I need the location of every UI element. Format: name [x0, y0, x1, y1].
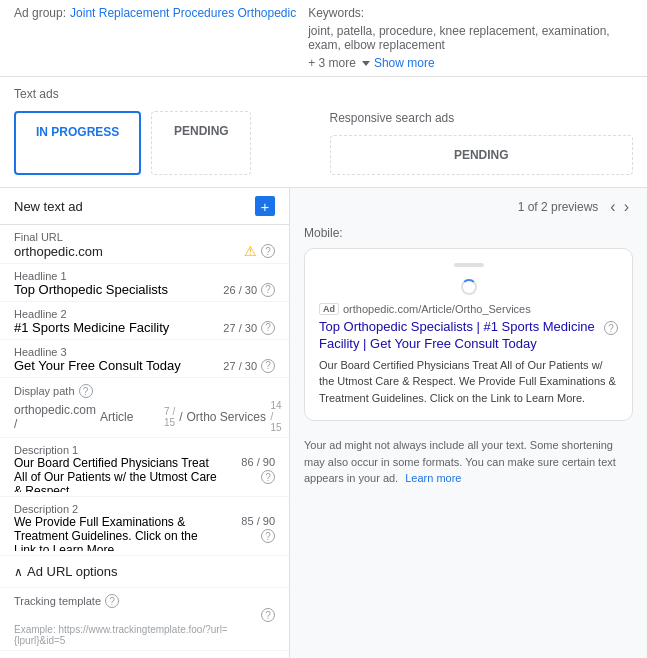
ad-group-value: Joint Replacement Procedures Orthopedic: [70, 6, 296, 20]
headline2-chars: 27 / 30: [223, 322, 257, 334]
text-ads-section: Text ads IN PROGRESS PENDING Responsive …: [0, 77, 647, 188]
right-panel: 1 of 2 previews ‹ › Mobile: Ad orthopedi…: [290, 188, 647, 658]
desc1-info-icon: ?: [261, 470, 275, 484]
top-bar: Ad group: Joint Replacement Procedures O…: [0, 0, 647, 77]
display-path-2-input[interactable]: [187, 410, 267, 424]
prev-preview-button[interactable]: ‹: [606, 198, 619, 216]
pending-box-2[interactable]: PENDING: [330, 135, 634, 175]
next-preview-button[interactable]: ›: [620, 198, 633, 216]
in-progress-box[interactable]: IN PROGRESS: [14, 111, 141, 175]
text-ads-title: Text ads: [14, 87, 633, 101]
responsive-search-ads-title: Responsive search ads: [330, 111, 634, 125]
info-icon: ?: [261, 244, 275, 258]
more-count: + 3 more: [308, 56, 356, 70]
left-panel: New text ad + Final URL ⚠ ? Headline 1 2…: [0, 188, 290, 658]
final-url-input[interactable]: [14, 244, 244, 259]
ad-preview-desc: Our Board Certified Physicians Treat All…: [319, 357, 618, 407]
tracking-template-row: Tracking template ? ? Example: https://w…: [0, 588, 289, 651]
desc2-input[interactable]: We Provide Full Examinations & Treatment…: [14, 515, 220, 551]
desc1-input[interactable]: Our Board Certified Physicians Treat All…: [14, 456, 220, 492]
headline3-label: Headline 3: [14, 346, 275, 358]
chevron-down-icon: [360, 56, 370, 70]
final-url-row: Final URL ⚠ ?: [0, 225, 289, 264]
headline2-row: Headline 2 27 / 30 ?: [0, 302, 289, 340]
ad-headline-text: Top Orthopedic Specialists | #1 Sports M…: [319, 319, 600, 353]
info-icon: ?: [261, 359, 275, 373]
add-icon[interactable]: +: [255, 196, 275, 216]
display-path-row: Display path ? orthopedic.com / 7 / 15 /…: [0, 378, 289, 438]
headline2-input[interactable]: [14, 320, 223, 335]
desc2-label: Description 2: [14, 503, 275, 515]
tracking-info-icon: ?: [105, 594, 119, 608]
tracking-example: Example: https://www.trackingtemplate.fo…: [14, 624, 275, 646]
warning-icon: ⚠: [244, 243, 257, 259]
info-icon: ?: [261, 321, 275, 335]
headline1-row: Headline 1 26 / 30 ?: [0, 264, 289, 302]
desc2-info-icon: ?: [261, 529, 275, 543]
tracking-template-label: Tracking template: [14, 595, 101, 607]
preview-count: 1 of 2 previews: [518, 200, 599, 214]
headline2-label: Headline 2: [14, 308, 275, 320]
learn-more-link[interactable]: Learn more: [405, 472, 461, 484]
final-url-label: Final URL: [14, 231, 275, 243]
display-path-info-icon: ?: [79, 384, 93, 398]
headline3-chars: 27 / 30: [223, 360, 257, 372]
ad-url-options-title: Ad URL options: [27, 564, 118, 579]
ad-url: orthopedic.com/Article/Ortho_Services: [343, 303, 531, 315]
ad-group-label: Ad group:: [14, 6, 66, 20]
mobile-frame: Ad orthopedic.com/Article/Ortho_Services…: [304, 248, 633, 421]
new-text-ad-header: New text ad +: [0, 188, 289, 225]
display-path-label: Display path: [14, 385, 75, 397]
headline1-label: Headline 1: [14, 270, 275, 282]
keywords-label: Keywords:: [308, 6, 364, 20]
display-path-base: orthopedic.com /: [14, 403, 96, 431]
keywords-value: joint, patella, procedure, knee replacem…: [308, 24, 633, 52]
desc1-chars: 86 / 90: [241, 456, 275, 468]
display-path-2-chars: 14 / 15: [271, 400, 282, 433]
headline1-input[interactable]: [14, 282, 223, 297]
info-icon: ?: [261, 283, 275, 297]
display-path-slash: /: [179, 410, 182, 424]
tracking-info-icon2: ?: [261, 608, 275, 622]
ad-preview-headline: Top Orthopedic Specialists | #1 Sports M…: [319, 319, 618, 353]
display-path-1-input[interactable]: [100, 410, 160, 424]
headline3-row: Headline 3 27 / 30 ?: [0, 340, 289, 378]
ad-url-options-header[interactable]: ∧ Ad URL options: [0, 556, 289, 588]
preview-note: Your ad might not always include all you…: [290, 433, 647, 491]
pending-box-1[interactable]: PENDING: [151, 111, 251, 175]
desc2-chars: 85 / 90: [241, 515, 275, 527]
device-label: Mobile:: [290, 226, 647, 248]
desc2-row: Description 2 We Provide Full Examinatio…: [0, 497, 289, 556]
desc1-row: Description 1 Our Board Certified Physic…: [0, 438, 289, 497]
ad-url-line: Ad orthopedic.com/Article/Ortho_Services: [319, 303, 618, 315]
ad-headline-info-icon: ?: [604, 321, 618, 335]
final-url-suffix-row: Final URL suffix ? Example: param1=value…: [0, 651, 289, 658]
chevron-up-icon: ∧: [14, 565, 23, 579]
desc1-label: Description 1: [14, 444, 275, 456]
display-path-1-chars: 7 / 15: [164, 406, 175, 428]
preview-header: 1 of 2 previews ‹ ›: [290, 188, 647, 226]
tracking-template-input[interactable]: [14, 608, 261, 622]
ad-badge: Ad: [319, 303, 339, 315]
headline1-chars: 26 / 30: [223, 284, 257, 296]
new-text-ad-title: New text ad: [14, 199, 83, 214]
main-content: New text ad + Final URL ⚠ ? Headline 1 2…: [0, 188, 647, 658]
show-more-link[interactable]: Show more: [374, 56, 435, 70]
headline3-input[interactable]: [14, 358, 223, 373]
